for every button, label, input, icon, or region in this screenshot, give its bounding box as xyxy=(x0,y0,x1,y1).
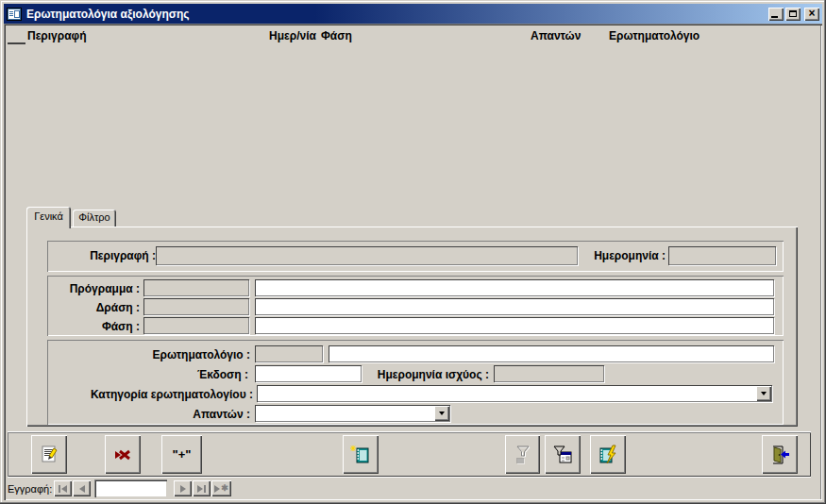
description-input[interactable] xyxy=(156,246,578,265)
prev-record-icon xyxy=(79,485,85,493)
col-header-phase: Φάση xyxy=(321,29,352,42)
maximize-button[interactable] xyxy=(785,8,801,21)
toolbar: "+" xyxy=(8,432,811,477)
category-dropdown-button[interactable] xyxy=(756,386,771,401)
next-record-icon xyxy=(180,485,186,493)
new-notebook-icon xyxy=(349,444,372,466)
maximize-icon xyxy=(789,10,797,17)
col-header-description: Περιγραφή xyxy=(27,29,87,42)
prev-record-button[interactable] xyxy=(73,480,91,496)
col-header-questionnaire: Ερωτηματολόγιο xyxy=(609,29,700,42)
funnel-icon xyxy=(512,444,534,466)
record-selector-mark xyxy=(8,42,25,44)
respondent-label: Απαντών : xyxy=(49,408,250,421)
titlebar[interactable]: Ερωτηματολόγια αξιολόγησης × xyxy=(4,4,822,24)
chevron-down-icon xyxy=(761,392,767,395)
program-name-input[interactable] xyxy=(255,279,774,296)
tab-general[interactable]: Γενικά xyxy=(26,207,71,228)
plus-quotes-text: "+" xyxy=(173,447,192,462)
record-number-input[interactable] xyxy=(94,479,167,497)
minimize-button[interactable] xyxy=(768,8,784,21)
first-record-button[interactable] xyxy=(54,480,72,496)
valid-date-label: Ημερομηνία ισχύος : xyxy=(366,368,489,381)
record-nav-label: Εγγραφή: xyxy=(8,483,52,495)
new-record-button[interactable]: ✱ xyxy=(211,480,231,496)
questionnaire-name-input[interactable] xyxy=(329,345,774,362)
date-label: Ημερομηνία : xyxy=(557,249,666,262)
window-title: Ερωτηματολόγια αξιολόγησης xyxy=(26,8,767,21)
form-icon xyxy=(7,8,22,21)
group-questionnaire: Ερωτηματολόγιο : Έκδοση : Ημερομηνία ισχ… xyxy=(47,340,784,425)
respondent-input[interactable] xyxy=(258,407,430,419)
next-record-button[interactable] xyxy=(174,480,192,496)
phase-name-input[interactable] xyxy=(255,317,774,334)
date-input[interactable] xyxy=(668,246,776,265)
phase-label: Φάση : xyxy=(49,320,140,333)
close-button[interactable]: × xyxy=(804,8,819,21)
version-input[interactable] xyxy=(255,365,362,382)
respondent-dropdown-button[interactable] xyxy=(434,406,449,421)
valid-date-input[interactable] xyxy=(494,365,604,382)
red-x-icon xyxy=(111,444,134,466)
action-code-input[interactable] xyxy=(143,298,249,315)
tab-filter[interactable]: Φίλτρο xyxy=(73,210,116,227)
edit-questionnaire-button[interactable] xyxy=(590,435,626,474)
first-record-icon xyxy=(59,485,67,493)
new-questionnaire-button[interactable] xyxy=(343,435,379,474)
add-record-button[interactable]: "+" xyxy=(161,435,202,474)
window: Ερωτηματολόγια αξιολόγησης × Περιγραφή Η… xyxy=(0,0,826,504)
category-combo xyxy=(257,385,772,402)
group-program: Πρόγραμμα : Δράση : Φάση : xyxy=(47,276,784,336)
action-name-input[interactable] xyxy=(255,298,774,315)
chevron-down-icon xyxy=(439,412,445,415)
version-label: Έκδοση : xyxy=(49,368,248,381)
document-pencil-icon xyxy=(38,444,60,466)
record-navigation: Εγγραφή: ✱ xyxy=(6,479,818,499)
questionnaire-code-input[interactable] xyxy=(255,345,323,362)
delete-record-button[interactable] xyxy=(105,435,141,474)
notebook-lightning-icon xyxy=(597,444,619,466)
col-header-respondent: Απαντών xyxy=(531,29,581,42)
new-record-icon: ✱ xyxy=(214,484,228,493)
close-icon: × xyxy=(808,8,815,19)
action-label: Δράση : xyxy=(49,301,140,314)
respondent-combo xyxy=(255,405,450,422)
edit-record-button[interactable] xyxy=(31,435,67,474)
exit-door-icon xyxy=(768,444,791,466)
group-description: Περιγραφή : Ημερομηνία : xyxy=(47,241,784,272)
exit-button[interactable] xyxy=(762,435,798,474)
description-label: Περιγραφή : xyxy=(57,249,156,262)
funnel-form-icon xyxy=(551,444,574,466)
phase-code-input[interactable] xyxy=(143,317,249,334)
category-label: Κατηγορία ερωτηματολογίου : xyxy=(49,388,253,401)
filter-by-form-button[interactable] xyxy=(545,435,581,474)
last-record-button[interactable] xyxy=(193,480,211,496)
program-code-input[interactable] xyxy=(143,279,249,296)
filter-button[interactable] xyxy=(505,435,540,474)
col-header-date: Ημερ/νία xyxy=(269,29,316,42)
program-label: Πρόγραμμα : xyxy=(49,282,140,295)
category-input[interactable] xyxy=(260,387,752,399)
minimize-icon xyxy=(771,16,778,18)
questionnaire-label: Ερωτηματολόγιο : xyxy=(49,348,250,361)
last-record-icon xyxy=(197,485,206,493)
